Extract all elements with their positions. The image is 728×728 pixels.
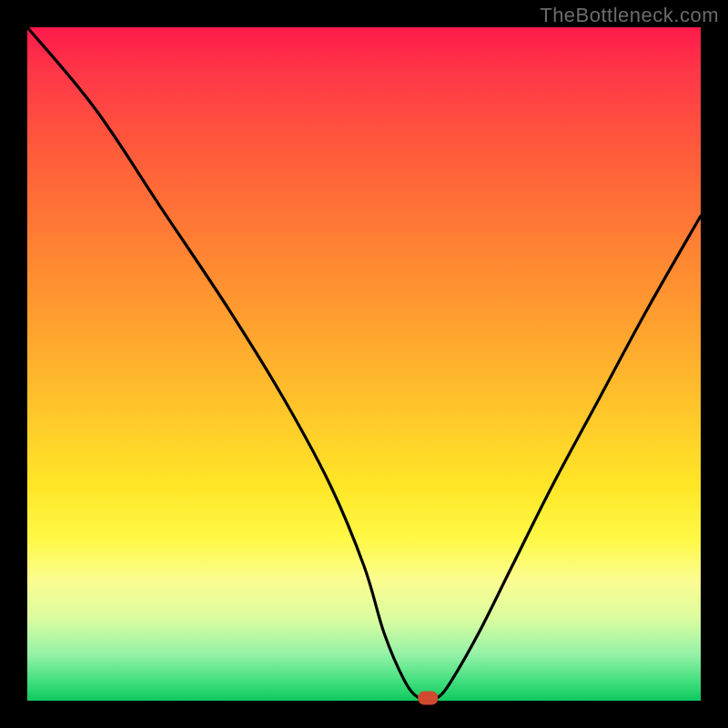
minimum-marker (419, 692, 438, 704)
plot-area (27, 27, 701, 701)
bottleneck-curve-path (27, 27, 701, 699)
chart-frame: TheBottleneck.com (0, 0, 728, 728)
chart-svg (27, 27, 701, 701)
watermark-label: TheBottleneck.com (540, 4, 719, 27)
